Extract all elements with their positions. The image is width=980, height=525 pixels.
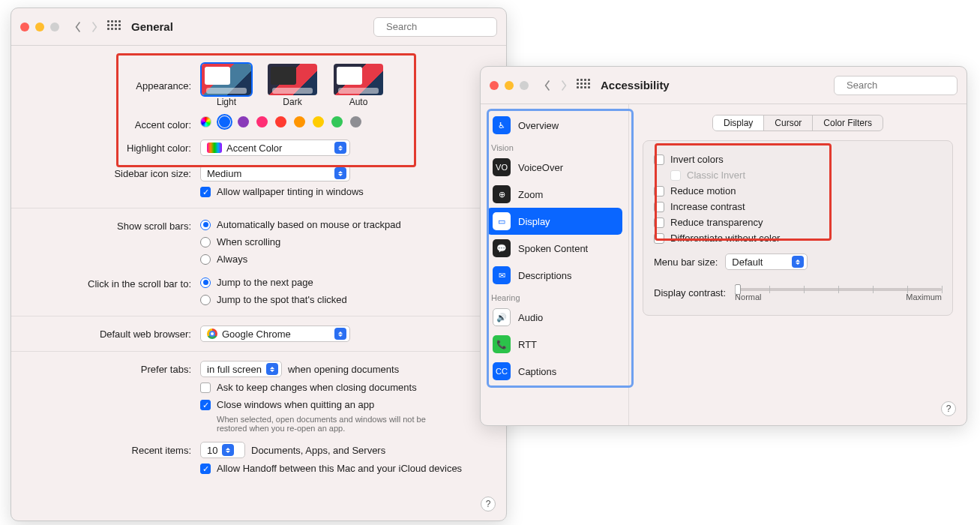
tab-display[interactable]: Display	[713, 116, 764, 130]
help-button[interactable]: ?	[481, 496, 496, 512]
accent-color-option[interactable]	[219, 116, 230, 128]
sidebar-item-audio[interactable]: 🔊Audio	[487, 304, 622, 331]
sidebar-item-display[interactable]: ▭Display	[487, 208, 622, 235]
display-contrast-slider[interactable]: Normal Maximum	[735, 284, 942, 302]
tab-cursor[interactable]: Cursor	[764, 116, 813, 130]
reduce-motion-checkbox[interactable]: Reduce motion	[654, 183, 942, 199]
window-title: General	[131, 20, 173, 33]
close-windows-quit-checkbox[interactable]: Close windows when quitting an app	[200, 398, 491, 412]
diff-without-color-checkbox[interactable]: Differentiate without color	[654, 230, 942, 246]
forward-button[interactable]	[556, 76, 572, 95]
allow-handoff-checkbox[interactable]: Allow Handoff between this Mac and your …	[200, 461, 491, 476]
reduce-transparency-checkbox[interactable]: Reduce transparency	[654, 214, 942, 230]
sidebar-item-rtt[interactable]: 📞RTT	[487, 331, 622, 358]
menubar-size-select[interactable]: Default	[725, 254, 808, 270]
sidebar-item-label: Audio	[518, 312, 543, 323]
accessibility-sidebar: ♿︎OverviewVisionVOVoiceOver⊕Zoom▭Display…	[481, 104, 629, 425]
tab-color-filters[interactable]: Color Filters	[813, 116, 883, 130]
forward-button[interactable]	[86, 17, 103, 37]
recent-items-label: Recent items:	[26, 442, 200, 456]
minimize-icon[interactable]	[505, 81, 514, 90]
accent-label: Accent color:	[26, 116, 200, 130]
default-browser-label: Default web browser:	[26, 326, 200, 340]
sidebar-item-zoom[interactable]: ⊕Zoom	[487, 181, 622, 208]
invert-colors-checkbox[interactable]: Invert colors	[654, 152, 942, 167]
appearance-option-dark[interactable]: Dark	[266, 62, 319, 107]
accent-color-row	[200, 116, 491, 128]
show-all-icon[interactable]	[577, 79, 590, 92]
overview-icon: ♿︎	[493, 116, 511, 134]
back-button[interactable]	[539, 76, 556, 95]
close-icon[interactable]	[490, 81, 499, 90]
display-panel: Invert colors Classic Invert Reduce moti…	[643, 140, 953, 316]
prefer-tabs-select[interactable]: in full screen	[200, 361, 282, 377]
zoom-icon	[520, 81, 529, 90]
accent-color-option[interactable]	[294, 116, 305, 128]
sidebar-size-label: Sidebar icon size:	[26, 165, 200, 179]
sidebar-group-label: Hearing	[487, 289, 622, 304]
sidebar-item-captions[interactable]: CCCaptions	[487, 358, 622, 385]
close-windows-hint: When selected, open documents and window…	[217, 415, 457, 433]
accent-color-option[interactable]	[331, 116, 343, 128]
traffic-lights	[490, 81, 529, 90]
display-icon: ▭	[493, 212, 511, 230]
sidebar-item-label: Descriptions	[518, 270, 572, 281]
accent-color-option[interactable]	[350, 116, 361, 128]
accent-color-option[interactable]	[200, 116, 211, 128]
sidebar-item-label: Captions	[518, 366, 556, 377]
sidebar-item-label: Display	[518, 216, 550, 227]
click-scroll-label: Click in the scroll bar to:	[26, 275, 200, 290]
search-input[interactable]	[385, 20, 507, 33]
sidebar-item-overview[interactable]: ♿︎Overview	[487, 112, 622, 139]
voiceover-icon: VO	[493, 158, 511, 176]
scrollbars-label: Show scroll bars:	[26, 218, 200, 232]
recent-items-select[interactable]: 10	[200, 442, 245, 458]
audio-icon: 🔊	[493, 308, 511, 326]
search-field[interactable]	[834, 76, 958, 95]
descriptions-icon: ✉︎	[493, 266, 511, 284]
ask-keep-changes-checkbox[interactable]: Ask to keep changes when closing documen…	[200, 380, 491, 394]
classic-invert-checkbox: Classic Invert	[670, 167, 942, 183]
allow-wallpaper-tint-checkbox[interactable]: Allow wallpaper tinting in windows	[200, 184, 491, 199]
accent-color-option[interactable]	[238, 116, 249, 128]
zoom-icon: ⊕	[493, 185, 511, 203]
highlight-color-select[interactable]: Accent Color	[200, 140, 350, 156]
search-field[interactable]	[373, 17, 497, 37]
accent-color-option[interactable]	[313, 116, 324, 128]
rtt-icon: 📞	[493, 335, 511, 353]
prefer-tabs-label: Prefer tabs:	[26, 361, 200, 375]
sidebar-item-label: RTT	[518, 339, 537, 350]
accent-color-option[interactable]	[275, 116, 286, 128]
click-scroll-next-page[interactable]: Jump to the next page	[200, 275, 491, 290]
chrome-icon	[207, 328, 217, 339]
click-scroll-spot[interactable]: Jump to the spot that's clicked	[200, 292, 491, 307]
minimize-icon[interactable]	[35, 22, 44, 32]
display-tabs: Display Cursor Color Filters	[712, 115, 883, 131]
show-all-icon[interactable]	[107, 20, 121, 34]
sidebar-item-voiceover[interactable]: VOVoiceOver	[487, 154, 622, 181]
sidebar-size-select[interactable]: Medium	[200, 165, 350, 182]
back-button[interactable]	[70, 17, 86, 37]
search-input[interactable]	[845, 79, 967, 92]
sidebar-item-label: Overview	[518, 120, 559, 131]
titlebar: General	[11, 8, 506, 46]
increase-contrast-checkbox[interactable]: Increase contrast	[654, 199, 942, 214]
default-browser-select[interactable]: Google Chrome	[200, 326, 350, 342]
close-icon[interactable]	[20, 22, 29, 32]
highlight-swatch-icon	[207, 142, 222, 153]
sidebar-item-spoken[interactable]: 💬Spoken Content	[487, 235, 622, 262]
sidebar-item-label: Zoom	[518, 189, 543, 200]
general-preferences-window: General Appearance: Light Dark	[10, 8, 507, 521]
scrollbars-option-scrolling[interactable]: When scrolling	[200, 235, 491, 249]
sidebar-group-label: Vision	[487, 139, 622, 154]
display-contrast-label: Display contrast:	[654, 287, 726, 298]
accent-color-option[interactable]	[256, 116, 268, 128]
appearance-option-light[interactable]: Light	[200, 62, 253, 107]
sidebar-item-descriptions[interactable]: ✉︎Descriptions	[487, 262, 622, 289]
appearance-option-auto[interactable]: Auto	[332, 62, 385, 107]
help-button[interactable]: ?	[941, 401, 956, 416]
traffic-lights	[20, 22, 59, 32]
scrollbars-option-always[interactable]: Always	[200, 252, 491, 266]
window-title: Accessibility	[601, 79, 670, 92]
scrollbars-option-auto[interactable]: Automatically based on mouse or trackpad	[200, 218, 491, 232]
